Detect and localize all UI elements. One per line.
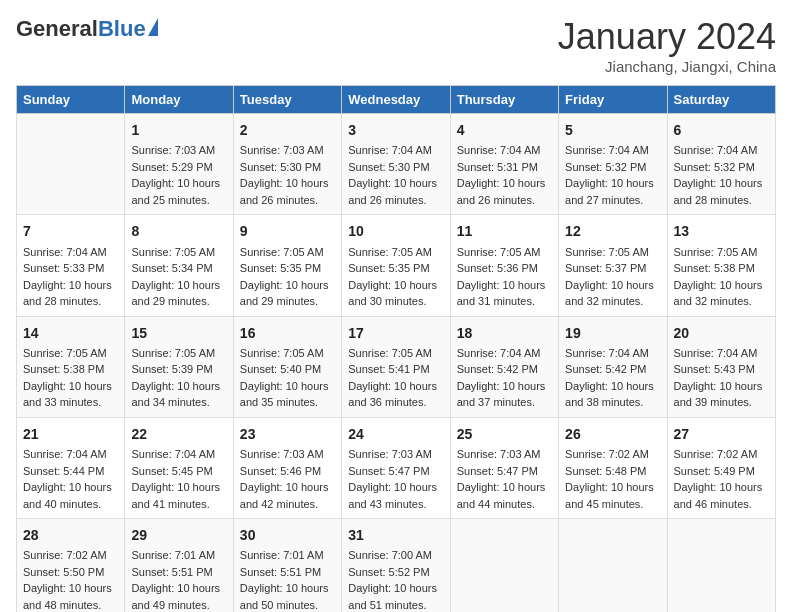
day-info: Sunrise: 7:01 AM Sunset: 5:51 PM Dayligh… [240, 547, 335, 612]
calendar-cell: 9Sunrise: 7:05 AM Sunset: 5:35 PM Daylig… [233, 215, 341, 316]
day-info: Sunrise: 7:04 AM Sunset: 5:43 PM Dayligh… [674, 345, 769, 411]
calendar-cell: 17Sunrise: 7:05 AM Sunset: 5:41 PM Dayli… [342, 316, 450, 417]
calendar-cell: 14Sunrise: 7:05 AM Sunset: 5:38 PM Dayli… [17, 316, 125, 417]
day-number: 29 [131, 525, 226, 545]
calendar-cell: 26Sunrise: 7:02 AM Sunset: 5:48 PM Dayli… [559, 417, 667, 518]
day-info: Sunrise: 7:04 AM Sunset: 5:42 PM Dayligh… [565, 345, 660, 411]
day-info: Sunrise: 7:04 AM Sunset: 5:32 PM Dayligh… [674, 142, 769, 208]
calendar-cell: 31Sunrise: 7:00 AM Sunset: 5:52 PM Dayli… [342, 519, 450, 612]
day-info: Sunrise: 7:04 AM Sunset: 5:45 PM Dayligh… [131, 446, 226, 512]
day-number: 27 [674, 424, 769, 444]
calendar-cell: 13Sunrise: 7:05 AM Sunset: 5:38 PM Dayli… [667, 215, 775, 316]
calendar-cell: 20Sunrise: 7:04 AM Sunset: 5:43 PM Dayli… [667, 316, 775, 417]
day-info: Sunrise: 7:05 AM Sunset: 5:40 PM Dayligh… [240, 345, 335, 411]
day-number: 11 [457, 221, 552, 241]
page-header: GeneralBlue January 2024 Jianchang, Jian… [16, 16, 776, 75]
day-info: Sunrise: 7:05 AM Sunset: 5:38 PM Dayligh… [23, 345, 118, 411]
day-number: 8 [131, 221, 226, 241]
day-info: Sunrise: 7:04 AM Sunset: 5:32 PM Dayligh… [565, 142, 660, 208]
calendar-cell: 1Sunrise: 7:03 AM Sunset: 5:29 PM Daylig… [125, 114, 233, 215]
day-number: 3 [348, 120, 443, 140]
calendar-cell: 28Sunrise: 7:02 AM Sunset: 5:50 PM Dayli… [17, 519, 125, 612]
calendar-cell: 25Sunrise: 7:03 AM Sunset: 5:47 PM Dayli… [450, 417, 558, 518]
day-info: Sunrise: 7:03 AM Sunset: 5:30 PM Dayligh… [240, 142, 335, 208]
calendar-cell: 29Sunrise: 7:01 AM Sunset: 5:51 PM Dayli… [125, 519, 233, 612]
header-monday: Monday [125, 86, 233, 114]
header-thursday: Thursday [450, 86, 558, 114]
header-row: SundayMondayTuesdayWednesdayThursdayFrid… [17, 86, 776, 114]
calendar-cell: 8Sunrise: 7:05 AM Sunset: 5:34 PM Daylig… [125, 215, 233, 316]
calendar-cell [450, 519, 558, 612]
day-number: 17 [348, 323, 443, 343]
week-row-0: 1Sunrise: 7:03 AM Sunset: 5:29 PM Daylig… [17, 114, 776, 215]
day-number: 1 [131, 120, 226, 140]
calendar-cell: 2Sunrise: 7:03 AM Sunset: 5:30 PM Daylig… [233, 114, 341, 215]
calendar-cell: 24Sunrise: 7:03 AM Sunset: 5:47 PM Dayli… [342, 417, 450, 518]
calendar-cell [559, 519, 667, 612]
calendar-cell: 3Sunrise: 7:04 AM Sunset: 5:30 PM Daylig… [342, 114, 450, 215]
day-number: 22 [131, 424, 226, 444]
header-sunday: Sunday [17, 86, 125, 114]
header-wednesday: Wednesday [342, 86, 450, 114]
calendar-cell: 19Sunrise: 7:04 AM Sunset: 5:42 PM Dayli… [559, 316, 667, 417]
day-info: Sunrise: 7:03 AM Sunset: 5:29 PM Dayligh… [131, 142, 226, 208]
calendar-cell: 5Sunrise: 7:04 AM Sunset: 5:32 PM Daylig… [559, 114, 667, 215]
day-number: 23 [240, 424, 335, 444]
month-title: January 2024 [558, 16, 776, 58]
day-info: Sunrise: 7:04 AM Sunset: 5:42 PM Dayligh… [457, 345, 552, 411]
day-number: 18 [457, 323, 552, 343]
calendar-cell: 7Sunrise: 7:04 AM Sunset: 5:33 PM Daylig… [17, 215, 125, 316]
calendar-cell: 18Sunrise: 7:04 AM Sunset: 5:42 PM Dayli… [450, 316, 558, 417]
calendar-cell: 22Sunrise: 7:04 AM Sunset: 5:45 PM Dayli… [125, 417, 233, 518]
location: Jianchang, Jiangxi, China [558, 58, 776, 75]
day-number: 13 [674, 221, 769, 241]
day-number: 12 [565, 221, 660, 241]
header-tuesday: Tuesday [233, 86, 341, 114]
day-number: 6 [674, 120, 769, 140]
day-info: Sunrise: 7:05 AM Sunset: 5:35 PM Dayligh… [240, 244, 335, 310]
day-info: Sunrise: 7:05 AM Sunset: 5:36 PM Dayligh… [457, 244, 552, 310]
day-info: Sunrise: 7:05 AM Sunset: 5:37 PM Dayligh… [565, 244, 660, 310]
day-number: 4 [457, 120, 552, 140]
calendar-cell: 4Sunrise: 7:04 AM Sunset: 5:31 PM Daylig… [450, 114, 558, 215]
day-number: 21 [23, 424, 118, 444]
day-info: Sunrise: 7:04 AM Sunset: 5:30 PM Dayligh… [348, 142, 443, 208]
calendar-cell: 23Sunrise: 7:03 AM Sunset: 5:46 PM Dayli… [233, 417, 341, 518]
day-info: Sunrise: 7:00 AM Sunset: 5:52 PM Dayligh… [348, 547, 443, 612]
day-info: Sunrise: 7:05 AM Sunset: 5:38 PM Dayligh… [674, 244, 769, 310]
day-info: Sunrise: 7:02 AM Sunset: 5:49 PM Dayligh… [674, 446, 769, 512]
calendar-cell: 10Sunrise: 7:05 AM Sunset: 5:35 PM Dayli… [342, 215, 450, 316]
day-info: Sunrise: 7:05 AM Sunset: 5:41 PM Dayligh… [348, 345, 443, 411]
week-row-1: 7Sunrise: 7:04 AM Sunset: 5:33 PM Daylig… [17, 215, 776, 316]
day-info: Sunrise: 7:04 AM Sunset: 5:44 PM Dayligh… [23, 446, 118, 512]
day-info: Sunrise: 7:04 AM Sunset: 5:33 PM Dayligh… [23, 244, 118, 310]
day-number: 2 [240, 120, 335, 140]
calendar-cell: 6Sunrise: 7:04 AM Sunset: 5:32 PM Daylig… [667, 114, 775, 215]
calendar-cell: 16Sunrise: 7:05 AM Sunset: 5:40 PM Dayli… [233, 316, 341, 417]
day-info: Sunrise: 7:02 AM Sunset: 5:50 PM Dayligh… [23, 547, 118, 612]
calendar-cell: 12Sunrise: 7:05 AM Sunset: 5:37 PM Dayli… [559, 215, 667, 316]
calendar-cell: 21Sunrise: 7:04 AM Sunset: 5:44 PM Dayli… [17, 417, 125, 518]
day-info: Sunrise: 7:01 AM Sunset: 5:51 PM Dayligh… [131, 547, 226, 612]
day-info: Sunrise: 7:05 AM Sunset: 5:35 PM Dayligh… [348, 244, 443, 310]
day-info: Sunrise: 7:05 AM Sunset: 5:39 PM Dayligh… [131, 345, 226, 411]
day-number: 14 [23, 323, 118, 343]
day-number: 26 [565, 424, 660, 444]
calendar-cell: 11Sunrise: 7:05 AM Sunset: 5:36 PM Dayli… [450, 215, 558, 316]
logo: GeneralBlue [16, 16, 158, 42]
day-info: Sunrise: 7:03 AM Sunset: 5:46 PM Dayligh… [240, 446, 335, 512]
logo-icon [148, 18, 158, 36]
calendar-cell [17, 114, 125, 215]
calendar-cell: 27Sunrise: 7:02 AM Sunset: 5:49 PM Dayli… [667, 417, 775, 518]
day-number: 16 [240, 323, 335, 343]
day-number: 24 [348, 424, 443, 444]
header-friday: Friday [559, 86, 667, 114]
day-info: Sunrise: 7:04 AM Sunset: 5:31 PM Dayligh… [457, 142, 552, 208]
calendar-cell: 30Sunrise: 7:01 AM Sunset: 5:51 PM Dayli… [233, 519, 341, 612]
day-number: 19 [565, 323, 660, 343]
day-number: 30 [240, 525, 335, 545]
day-info: Sunrise: 7:02 AM Sunset: 5:48 PM Dayligh… [565, 446, 660, 512]
logo-blue: Blue [98, 16, 146, 42]
logo-general: General [16, 16, 98, 42]
calendar-table: SundayMondayTuesdayWednesdayThursdayFrid… [16, 85, 776, 612]
